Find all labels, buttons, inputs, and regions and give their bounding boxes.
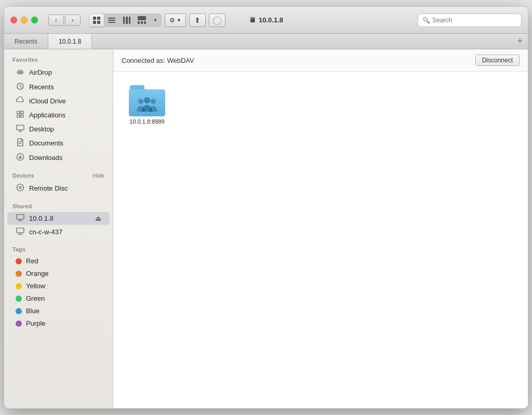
close-button[interactable] (10, 17, 17, 23)
finder-window: ‹ › (4, 6, 528, 409)
sidebar-item-label: Yellow (26, 282, 45, 290)
share-icon: ⬆ (194, 16, 201, 24)
yellow-tag-dot (16, 283, 22, 289)
sidebar-item-documents[interactable]: Documents (7, 136, 110, 150)
minimize-button[interactable] (21, 17, 28, 23)
disconnect-button[interactable]: Disconnect (475, 55, 520, 66)
file-grid: 10.0.1.8:8989 (113, 72, 528, 408)
gallery-view-button[interactable] (135, 14, 149, 26)
sidebar-item-icloud[interactable]: iCloud Drive (7, 95, 110, 108)
red-tag-dot (16, 258, 22, 264)
favorites-header: Favorites (4, 49, 113, 65)
svg-rect-11 (17, 228, 24, 233)
sidebar-item-label: Blue (26, 307, 39, 315)
sidebar-item-label: Green (26, 294, 45, 302)
gear-icon: ⚙ (169, 17, 175, 24)
maximize-button[interactable] (31, 17, 38, 23)
svg-point-14 (151, 99, 156, 104)
sidebar: Favorites AirDrop (4, 49, 113, 408)
list-view-button[interactable] (104, 14, 119, 26)
sidebar-item-remote-disc[interactable]: Remote Disc (7, 181, 110, 195)
icloud-icon (16, 97, 25, 105)
orange-tag-dot (16, 271, 22, 277)
eject-button[interactable]: ⏏ (95, 215, 101, 222)
sidebar-item-tag-orange[interactable]: Orange (7, 267, 110, 279)
tab-server[interactable]: 10.0.1.8 (48, 34, 92, 49)
sidebar-item-applications[interactable]: Applications (7, 108, 110, 122)
sidebar-item-tag-purple[interactable]: Purple (7, 317, 110, 329)
blue-tag-dot (16, 308, 22, 314)
svg-point-8 (17, 184, 24, 191)
hide-button[interactable]: Hide (92, 172, 104, 179)
main-content: Favorites AirDrop (4, 49, 528, 408)
sidebar-item-label: cn-c-w-437 (29, 228, 62, 236)
file-label: 10.0.1.8:8989 (129, 118, 164, 125)
svg-rect-3 (21, 111, 23, 114)
sidebar-item-label: Downloads (29, 154, 62, 162)
documents-icon (16, 138, 25, 148)
forward-button[interactable]: › (65, 15, 81, 26)
sidebar-item-airdrop[interactable]: AirDrop (7, 65, 110, 79)
sidebar-item-tag-blue[interactable]: Blue (7, 305, 110, 317)
svg-rect-10 (17, 215, 24, 219)
connection-text: Connected as: WebDAV (122, 57, 194, 64)
gallery-view-icon (138, 16, 146, 24)
share-button[interactable]: ⬆ (189, 14, 206, 27)
sidebar-item-tag-yellow[interactable]: Yellow (7, 280, 110, 292)
folder-item[interactable]: 10.0.1.8:8989 (124, 82, 170, 128)
sidebar-item-recents[interactable]: Recents (7, 80, 110, 94)
green-tag-dot (16, 296, 22, 302)
desktop-icon (16, 125, 25, 133)
downloads-icon (16, 153, 25, 163)
connection-bar: Connected as: WebDAV Disconnect (113, 49, 528, 72)
nav-buttons: ‹ › (48, 15, 81, 26)
sidebar-item-tag-red[interactable]: Red (7, 255, 110, 267)
toolbar-buttons: ▼ ⚙ ▼ ⬆ ◯ (89, 14, 225, 27)
content-area: Connected as: WebDAV Disconnect (113, 49, 528, 408)
back-button[interactable]: ‹ (48, 15, 64, 26)
sidebar-item-label: Documents (29, 139, 63, 147)
column-view-icon (123, 17, 130, 24)
search-input[interactable] (432, 17, 517, 24)
server-icon (16, 227, 25, 236)
server-icon-active (16, 214, 25, 223)
icon-view-icon (93, 17, 100, 24)
sidebar-item-label: Applications (29, 111, 65, 119)
sidebar-item-label: Purple (26, 319, 46, 327)
svg-point-12 (138, 99, 143, 104)
arrange-button[interactable]: ⚙ ▼ (165, 14, 186, 27)
sidebar-item-desktop[interactable]: Desktop (7, 123, 110, 136)
devices-header: Devices (12, 172, 34, 179)
svg-rect-4 (17, 115, 20, 117)
svg-rect-5 (21, 115, 23, 117)
tag-button[interactable]: ◯ (209, 14, 225, 27)
svg-rect-6 (17, 125, 24, 130)
icon-view-button[interactable] (89, 14, 104, 26)
sidebar-item-label: iCloud Drive (29, 97, 66, 105)
shared-header: Shared (4, 196, 113, 211)
column-view-button[interactable] (119, 14, 134, 26)
search-box[interactable]: 🔍 (418, 14, 522, 27)
tags-header: Tags (4, 239, 113, 255)
svg-point-9 (19, 186, 21, 189)
tab-recents[interactable]: Recents (4, 34, 48, 49)
shared-folder-icon (129, 85, 165, 116)
sidebar-item-label: 10.0.1.8 (29, 215, 54, 222)
sidebar-item-cn-c-w-437[interactable]: cn-c-w-437 (7, 225, 110, 238)
title-text: 10.0.1.8 (259, 16, 283, 24)
sidebar-item-10-0-1-8[interactable]: 10.0.1.8 ⏏ (7, 212, 110, 225)
sidebar-item-tag-green[interactable]: Green (7, 292, 110, 304)
devices-section: Devices Hide (4, 165, 113, 181)
sidebar-item-label: Recents (29, 83, 54, 91)
svg-rect-2 (17, 111, 20, 114)
traffic-lights (10, 17, 38, 23)
window-title: 🖥 10.0.1.8 (249, 16, 283, 24)
airdrop-icon (16, 68, 25, 77)
sidebar-item-label: AirDrop (29, 69, 52, 76)
list-view-icon (108, 18, 115, 23)
tab-add-button[interactable]: + (512, 34, 528, 49)
sidebar-item-downloads[interactable]: Downloads (7, 151, 110, 165)
view-options-button[interactable]: ▼ (150, 14, 161, 26)
sidebar-item-label: Orange (26, 270, 48, 277)
tabs-bar: Recents 10.0.1.8 + (4, 34, 528, 49)
